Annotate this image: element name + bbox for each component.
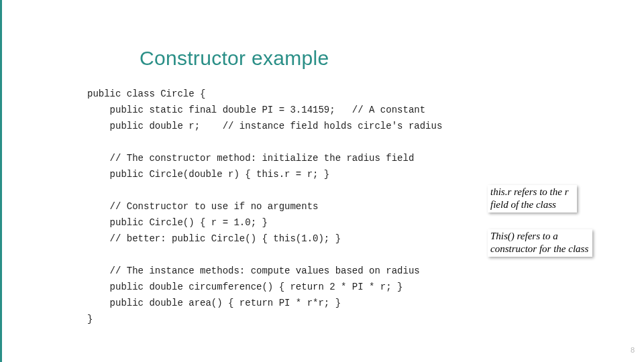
- code-line: public double r; // instance field holds…: [87, 121, 442, 131]
- code-line: // The constructor method: initialize th…: [87, 153, 414, 164]
- code-line: public class Circle {: [87, 88, 205, 99]
- code-line: public double area() { return PI * r*r; …: [87, 298, 341, 308]
- code-line: public Circle() { r = 1.0; }: [87, 217, 268, 228]
- code-line: public static final double PI = 3.14159;…: [87, 105, 425, 115]
- code-line: // The instance methods: compute values …: [87, 265, 420, 276]
- code-line: public Circle(double r) { this.r = r; }: [87, 169, 329, 180]
- code-line: // better: public Circle() { this(1.0); …: [87, 233, 341, 244]
- annotation-this-r: this.r refers to the r field of the clas…: [488, 185, 577, 213]
- slide-title: Constructor example: [140, 47, 329, 70]
- code-line: }: [87, 314, 93, 324]
- page-number: 8: [631, 346, 635, 354]
- code-line: public double circumference() { return 2…: [87, 282, 402, 292]
- code-line: // Constructor to use if no arguments: [87, 201, 318, 212]
- annotation-this-constructor: This() refers to a constructor for the c…: [488, 229, 592, 257]
- accent-bar: [0, 0, 2, 362]
